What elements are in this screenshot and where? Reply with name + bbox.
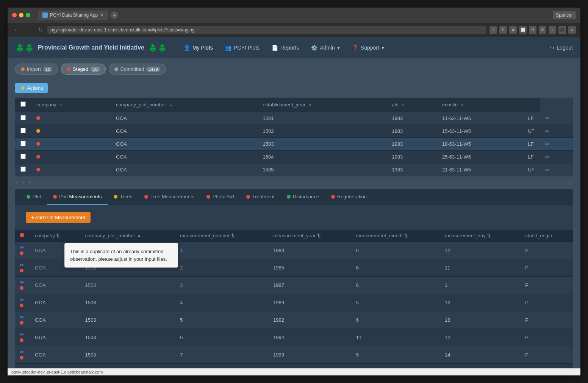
inner-month-3: 6 bbox=[352, 277, 440, 294]
inner-col-company[interactable]: company ⇅ bbox=[30, 230, 81, 242]
col-year[interactable]: establishment_year ⇅ bbox=[257, 98, 386, 112]
staged-dot bbox=[67, 67, 70, 71]
tab-photo-avi[interactable]: Photo AVI bbox=[200, 189, 240, 205]
forward-button[interactable]: → bbox=[24, 26, 33, 34]
inner-sort-meas-month[interactable]: ⇅ bbox=[404, 233, 408, 238]
address-input[interactable] bbox=[47, 26, 486, 34]
row-year-3: 1983 bbox=[386, 138, 437, 151]
row-year-4: 1983 bbox=[386, 151, 437, 163]
bookmark-icon[interactable]: ☆ bbox=[489, 26, 497, 34]
add-plot-measurement-button[interactable]: + Add Plot Measurement bbox=[26, 212, 91, 223]
ext-icon-5[interactable]: ⊞ bbox=[539, 26, 546, 34]
sort-ecosite-icon[interactable]: ⇅ bbox=[461, 103, 464, 107]
nav-reports[interactable]: 📄 Reports bbox=[266, 42, 304, 54]
col-company[interactable]: company ⇅ bbox=[31, 98, 111, 112]
tab-import[interactable]: Import 10 bbox=[15, 64, 58, 75]
inner-edit-5[interactable]: ✏ bbox=[20, 314, 24, 320]
inner-col-meas-year[interactable]: measurement_year ⇅ bbox=[269, 230, 352, 242]
col-ats[interactable]: ats ⇅ bbox=[386, 98, 437, 112]
reload-button[interactable]: ↻ bbox=[36, 25, 44, 34]
edit-icon-4[interactable]: ✏ bbox=[545, 154, 550, 160]
ext-icon-2[interactable]: ◉ bbox=[509, 26, 517, 34]
inner-company-4: GOA bbox=[30, 294, 81, 311]
inner-month-4: 5 bbox=[352, 294, 440, 311]
tab-tree-measurements[interactable]: Tree Measurements bbox=[138, 189, 200, 205]
tab-regeneration[interactable]: Regeneration bbox=[325, 189, 373, 205]
ext-icon-7[interactable]: ⬛ bbox=[558, 26, 566, 34]
row-checkbox-3[interactable] bbox=[20, 141, 26, 146]
nav-pgyi-plots[interactable]: 👥 PGYI Plots bbox=[220, 42, 265, 54]
row-checkbox-5[interactable] bbox=[20, 167, 26, 172]
regen-tab-dot bbox=[331, 195, 335, 199]
tab-plot-measurements[interactable]: Plot Measurements bbox=[47, 189, 108, 205]
ext-icon-4[interactable]: H bbox=[529, 26, 536, 34]
tab-plot[interactable]: Plot bbox=[20, 189, 47, 205]
row-checkbox-4[interactable] bbox=[20, 154, 26, 159]
tab-treatment[interactable]: Treatment bbox=[240, 189, 281, 205]
support-label: Support bbox=[361, 45, 379, 51]
inner-sort-meas-num[interactable]: ⇅ bbox=[231, 233, 235, 238]
my-plots-icon: 👤 bbox=[184, 45, 190, 51]
col-plot-number[interactable]: company_plot_number ▲ bbox=[111, 98, 257, 112]
tab-close-icon[interactable]: ✕ bbox=[100, 12, 104, 18]
sort-company-icon[interactable]: ⇅ bbox=[59, 103, 62, 107]
user-name: Spencer bbox=[553, 11, 576, 19]
maximize-button[interactable] bbox=[26, 13, 30, 17]
actions-button[interactable]: ⚡ Actions bbox=[15, 83, 48, 93]
edit-icon-1[interactable]: ✏ bbox=[545, 115, 550, 121]
row-checkbox-2[interactable] bbox=[20, 128, 26, 133]
inner-sort-meas-year[interactable]: ⇅ bbox=[317, 233, 321, 238]
tab-disturbance[interactable]: Disturbance bbox=[281, 189, 325, 205]
inner-year-2: 1985 bbox=[269, 259, 352, 277]
ext-icon-1[interactable]: F bbox=[499, 26, 507, 34]
row-checkbox-1[interactable] bbox=[20, 115, 26, 120]
inner-year-7: 1999 bbox=[269, 346, 352, 364]
inner-day-4: 12 bbox=[440, 294, 521, 311]
inner-edit-8[interactable]: ✏ bbox=[20, 366, 24, 368]
active-tab[interactable]: PGYI Data Sharing App ✕ bbox=[38, 11, 108, 20]
col-ecosite[interactable]: ecosite ⇅ bbox=[437, 98, 522, 112]
row-company-3: GOA bbox=[111, 138, 257, 151]
ext-icon-3[interactable]: ⬜ bbox=[519, 26, 527, 34]
status-bar-url: pgyi-uploader-dev.us-east-1.elasticbeans… bbox=[11, 370, 103, 374]
inner-edit-2[interactable]: ✏ bbox=[20, 262, 24, 268]
sort-year-icon[interactable]: ⇅ bbox=[308, 103, 311, 107]
new-tab-button[interactable]: + bbox=[111, 11, 118, 19]
edit-icon-3[interactable]: ✏ bbox=[545, 141, 550, 147]
logout-button[interactable]: ↪ Logout bbox=[550, 45, 573, 51]
close-button[interactable] bbox=[12, 13, 17, 17]
tab-staged[interactable]: Staged 10 bbox=[61, 64, 105, 75]
inner-edit-3[interactable]: ✏ bbox=[20, 279, 24, 285]
my-plots-label: My Plots bbox=[192, 45, 213, 51]
tab-committed[interactable]: Committed 1479 bbox=[109, 64, 166, 75]
edit-icon-2[interactable]: ✏ bbox=[545, 128, 550, 134]
inner-sort-meas-day[interactable]: ⇅ bbox=[487, 233, 491, 238]
inner-col-meas-day[interactable]: measurement_day ⇅ bbox=[440, 230, 521, 242]
import-count: 10 bbox=[43, 67, 52, 72]
inner-col-plot[interactable]: company_plot_number ▲ bbox=[81, 230, 176, 242]
back-button[interactable]: ← bbox=[12, 26, 21, 34]
edit-icon-5[interactable]: ✏ bbox=[545, 167, 550, 173]
inner-sort-plot[interactable]: ▲ bbox=[136, 233, 141, 238]
ext-icon-8[interactable]: ≡ bbox=[568, 26, 576, 34]
sort-plot-icon[interactable]: ▲ bbox=[169, 103, 173, 107]
inner-header-dot bbox=[20, 233, 24, 237]
nav-admin[interactable]: ⚙️ Admin ▾ bbox=[306, 42, 345, 54]
nav-my-plots[interactable]: 👤 My Plots bbox=[178, 42, 218, 54]
nav-support[interactable]: ❓ Support ▾ bbox=[347, 42, 389, 54]
inner-edit-4[interactable]: ✏ bbox=[20, 297, 24, 303]
select-all-checkbox[interactable] bbox=[20, 101, 26, 107]
sort-ats-icon[interactable]: ⇅ bbox=[401, 103, 404, 107]
inner-col-actions bbox=[15, 230, 30, 242]
inner-edit-1[interactable]: ✏ bbox=[20, 244, 24, 251]
tree-icon-left: 🌲🌲 bbox=[15, 43, 34, 52]
inner-sort-company[interactable]: ⇅ bbox=[56, 233, 60, 238]
inner-edit-6[interactable]: ✏ bbox=[20, 332, 24, 338]
collapse-panel-button[interactable]: ⊟ bbox=[567, 179, 573, 187]
inner-col-meas-month[interactable]: measurement_month ⇅ bbox=[352, 230, 440, 242]
ext-icon-6[interactable]: ○ bbox=[549, 26, 556, 34]
inner-edit-7[interactable]: ✏ bbox=[20, 349, 24, 355]
tab-trees[interactable]: Trees bbox=[108, 189, 138, 205]
inner-col-meas-num[interactable]: measurement_number ⇅ bbox=[175, 230, 269, 242]
minimize-button[interactable] bbox=[19, 13, 23, 17]
